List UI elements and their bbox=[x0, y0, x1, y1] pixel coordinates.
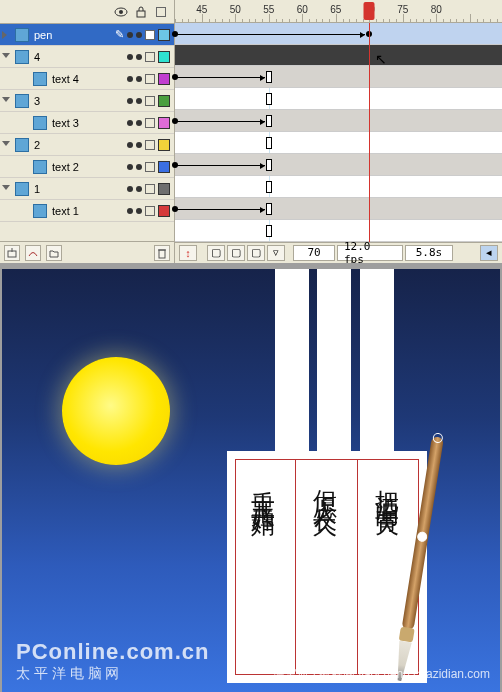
timeline-tracks[interactable]: ↖ bbox=[175, 23, 502, 242]
outline-toggle[interactable] bbox=[145, 96, 155, 106]
lock-dot[interactable] bbox=[136, 98, 142, 104]
expand-toggle-icon[interactable] bbox=[2, 184, 12, 194]
keyframe[interactable] bbox=[266, 71, 272, 83]
expand-toggle-icon[interactable] bbox=[2, 52, 12, 62]
keyframe[interactable] bbox=[172, 206, 178, 212]
layer-row[interactable]: 2 bbox=[0, 134, 174, 156]
outline-icon[interactable] bbox=[154, 5, 168, 19]
layer-color-swatch[interactable] bbox=[158, 161, 170, 173]
delete-layer-button[interactable] bbox=[154, 245, 170, 261]
visibility-dot[interactable] bbox=[127, 120, 133, 126]
layer-color-swatch[interactable] bbox=[158, 183, 170, 195]
poem-column: 把酒问青天 bbox=[371, 471, 403, 501]
keyframe[interactable] bbox=[266, 159, 272, 171]
layer-row[interactable]: 3 bbox=[0, 90, 174, 112]
keyframe[interactable] bbox=[266, 181, 272, 193]
layer-name-label: text 2 bbox=[50, 161, 124, 173]
layer-row[interactable]: pen✎ bbox=[0, 24, 174, 46]
keyframe[interactable] bbox=[266, 137, 272, 149]
timeline-track[interactable] bbox=[175, 88, 502, 110]
paper-strip[interactable] bbox=[275, 269, 309, 454]
timeline-track[interactable] bbox=[175, 176, 502, 198]
layer-row[interactable]: text 1 bbox=[0, 200, 174, 222]
outline-toggle[interactable] bbox=[145, 118, 155, 128]
insert-folder-button[interactable] bbox=[46, 245, 62, 261]
lock-dot[interactable] bbox=[136, 54, 142, 60]
scroll-left-button[interactable]: ◂ bbox=[480, 245, 498, 261]
timeline-track[interactable] bbox=[175, 132, 502, 154]
keyframe[interactable] bbox=[172, 162, 178, 168]
timeline-track[interactable] bbox=[175, 220, 502, 242]
layer-row[interactable]: text 4 bbox=[0, 68, 174, 90]
layer-color-swatch[interactable] bbox=[158, 95, 170, 107]
layer-color-swatch[interactable] bbox=[158, 73, 170, 85]
keyframe[interactable] bbox=[266, 93, 272, 105]
insert-layer-button[interactable] bbox=[4, 245, 20, 261]
visibility-dot[interactable] bbox=[127, 76, 133, 82]
moon-shape[interactable] bbox=[62, 357, 170, 465]
lock-dot[interactable] bbox=[136, 186, 142, 192]
timeline-track[interactable] bbox=[175, 45, 502, 66]
outline-toggle[interactable] bbox=[145, 184, 155, 194]
timeline-track[interactable] bbox=[175, 154, 502, 176]
layer-row[interactable]: text 2 bbox=[0, 156, 174, 178]
edit-multiple-frames-button[interactable]: ▢ bbox=[247, 245, 265, 261]
timeline-ruler[interactable]: 4550556065707580 bbox=[175, 0, 502, 23]
expand-toggle-icon[interactable] bbox=[2, 140, 12, 150]
visibility-dot[interactable] bbox=[127, 164, 133, 170]
keyframe[interactable] bbox=[172, 31, 178, 37]
onion-skin-outlines-button[interactable]: ▢ bbox=[227, 245, 245, 261]
timeline-track[interactable] bbox=[175, 110, 502, 132]
outline-toggle[interactable] bbox=[145, 74, 155, 84]
layer-color-swatch[interactable] bbox=[158, 139, 170, 151]
current-frame-field[interactable]: 70 bbox=[293, 245, 335, 261]
expand-toggle-icon[interactable] bbox=[2, 30, 12, 40]
expand-toggle-icon[interactable] bbox=[2, 96, 12, 106]
frame-rate-field[interactable]: 12.0 fps bbox=[337, 245, 403, 261]
timeline-track[interactable] bbox=[175, 23, 502, 45]
outline-toggle[interactable] bbox=[145, 52, 155, 62]
paper-strip[interactable] bbox=[360, 269, 394, 454]
lock-dot[interactable] bbox=[136, 32, 142, 38]
outline-toggle[interactable] bbox=[145, 30, 155, 40]
insert-motion-guide-button[interactable] bbox=[25, 245, 41, 261]
keyframe[interactable] bbox=[172, 118, 178, 124]
visibility-dot[interactable] bbox=[127, 98, 133, 104]
visibility-dot[interactable] bbox=[127, 54, 133, 60]
playhead-marker[interactable] bbox=[364, 2, 375, 20]
keyframe[interactable] bbox=[172, 74, 178, 80]
outline-toggle[interactable] bbox=[145, 140, 155, 150]
lock-dot[interactable] bbox=[136, 208, 142, 214]
lock-dot[interactable] bbox=[136, 164, 142, 170]
onion-skin-button[interactable]: ▢ bbox=[207, 245, 225, 261]
layer-color-swatch[interactable] bbox=[158, 117, 170, 129]
modify-onion-markers-button[interactable]: ▿ bbox=[267, 245, 285, 261]
keyframe[interactable] bbox=[266, 225, 272, 237]
layer-color-swatch[interactable] bbox=[158, 205, 170, 217]
visibility-dot[interactable] bbox=[127, 32, 133, 38]
timeline-track[interactable] bbox=[175, 66, 502, 88]
visibility-dot[interactable] bbox=[127, 208, 133, 214]
layer-color-swatch[interactable] bbox=[158, 29, 170, 41]
lock-dot[interactable] bbox=[136, 120, 142, 126]
visibility-dot[interactable] bbox=[127, 142, 133, 148]
lock-icon[interactable] bbox=[134, 5, 148, 19]
layer-row[interactable]: 1 bbox=[0, 178, 174, 200]
lock-dot[interactable] bbox=[136, 142, 142, 148]
layer-row[interactable]: 4 bbox=[0, 46, 174, 68]
layer-name-label: 2 bbox=[32, 139, 124, 151]
outline-toggle[interactable] bbox=[145, 162, 155, 172]
keyframe[interactable] bbox=[266, 203, 272, 215]
center-frame-button[interactable]: ↕ bbox=[179, 245, 197, 261]
stage[interactable]: 把酒问青天 但愿人长久 千里共婵娟 PConline.com.cn 太 平 洋 … bbox=[2, 269, 500, 692]
outline-toggle[interactable] bbox=[145, 206, 155, 216]
layer-color-swatch[interactable] bbox=[158, 51, 170, 63]
lock-dot[interactable] bbox=[136, 76, 142, 82]
elapsed-time-field[interactable]: 5.8s bbox=[405, 245, 453, 261]
paper-strip[interactable] bbox=[317, 269, 351, 454]
layer-row[interactable]: text 3 bbox=[0, 112, 174, 134]
keyframe[interactable] bbox=[266, 115, 272, 127]
visibility-dot[interactable] bbox=[127, 186, 133, 192]
timeline-track[interactable] bbox=[175, 198, 502, 220]
eye-icon[interactable] bbox=[114, 5, 128, 19]
